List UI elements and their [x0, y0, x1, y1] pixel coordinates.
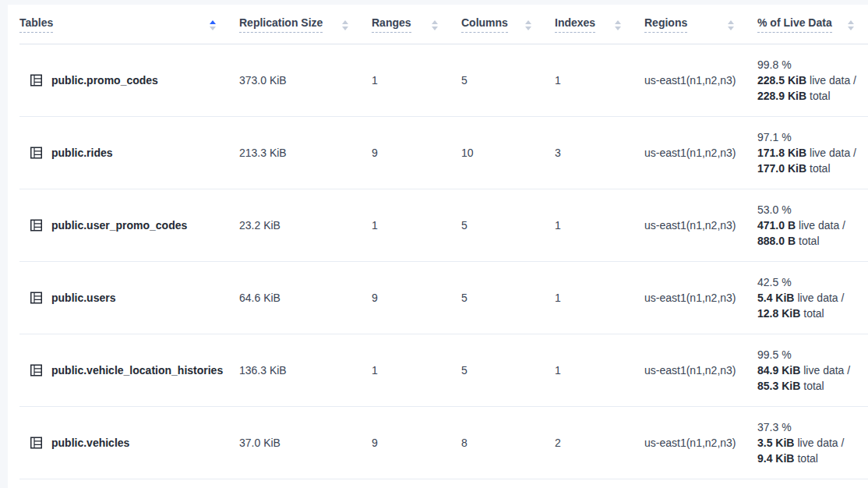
regions-cell: us-east1(n1,n2,n3): [635, 74, 748, 87]
live-data-percent: 99.5 %: [757, 347, 868, 362]
table-name-cell: public.users: [19, 292, 230, 304]
sort-down-arrow-icon: [210, 27, 216, 30]
column-header-label[interactable]: Indexes: [555, 16, 595, 33]
column-header[interactable]: Replication Size: [230, 5, 362, 44]
live-data-line: 3.5 KiBlive data /: [757, 435, 868, 451]
total-data-line: 228.9 KiBtotal: [757, 88, 868, 104]
sort-arrows-icon[interactable]: [525, 19, 531, 30]
total-data-line: 85.3 KiBtotal: [757, 378, 868, 394]
sort-up-arrow-icon: [728, 20, 734, 24]
sort-arrows-icon[interactable]: [342, 19, 348, 30]
sort-up-arrow-icon: [615, 20, 621, 24]
sort-arrows-icon[interactable]: [210, 19, 216, 30]
column-header-label[interactable]: Regions: [644, 16, 687, 33]
live-data-percent: 99.8 %: [757, 57, 868, 72]
table-row: public.vehicle_location_histories 136.3 …: [19, 334, 868, 407]
live-data-line: 5.4 KiBlive data /: [757, 290, 868, 306]
column-header[interactable]: Columns: [452, 5, 545, 44]
sort-down-arrow-icon: [432, 27, 438, 30]
sort-arrows-icon[interactable]: [432, 19, 438, 30]
ranges-cell: 1: [362, 74, 452, 87]
table-name-link[interactable]: public.rides: [51, 147, 113, 159]
table-name-cell: public.user_promo_codes: [19, 219, 230, 232]
live-data-cell: 37.3 % 3.5 KiBlive data / 9.4 KiBtotal: [748, 419, 868, 466]
sort-down-arrow-icon: [728, 27, 734, 30]
replication-size-cell: 373.0 KiB: [230, 74, 362, 87]
table-grid-icon: [30, 219, 42, 232]
sort-up-arrow-icon: [525, 20, 531, 24]
columns-cell: 8: [452, 437, 545, 449]
table-grid-icon: [30, 437, 42, 449]
column-header[interactable]: % of Live Data: [748, 5, 868, 44]
live-data-percent: 37.3 %: [757, 419, 868, 435]
table-grid-icon: [30, 147, 42, 159]
column-header[interactable]: Indexes: [545, 5, 635, 44]
table-row: public.user_promo_codes 23.2 KiB 1 5 1 u…: [19, 189, 868, 262]
total-data-line: 177.0 KiBtotal: [757, 161, 868, 176]
table-name-link[interactable]: public.promo_codes: [51, 74, 158, 87]
table-row: public.vehicles 37.0 KiB 9 8 2 us-east1(…: [19, 407, 868, 479]
column-header-label[interactable]: Columns: [461, 16, 508, 33]
table-name-link[interactable]: public.vehicles: [51, 437, 129, 449]
table-grid-icon: [30, 292, 42, 304]
replication-size-cell: 213.3 KiB: [230, 147, 362, 159]
table-body: public.promo_codes 373.0 KiB 1 5 1 us-ea…: [19, 44, 868, 479]
column-header-label[interactable]: Tables: [19, 16, 53, 33]
sort-up-arrow-icon: [848, 20, 854, 24]
regions-cell: us-east1(n1,n2,n3): [635, 219, 748, 232]
sort-up-arrow-icon: [210, 20, 216, 24]
sort-arrows-icon[interactable]: [848, 19, 854, 30]
ranges-cell: 9: [362, 437, 452, 449]
sort-down-arrow-icon: [615, 27, 621, 30]
total-data-line: 9.4 KiBtotal: [757, 451, 868, 466]
live-data-cell: 53.0 % 471.0 Blive data / 888.0 Btotal: [748, 202, 868, 249]
column-header-label[interactable]: Ranges: [372, 16, 411, 33]
regions-cell: us-east1(n1,n2,n3): [635, 147, 748, 159]
column-header[interactable]: Ranges: [362, 5, 452, 44]
replication-size-cell: 136.3 KiB: [230, 364, 362, 377]
sort-down-arrow-icon: [848, 27, 854, 30]
ranges-cell: 9: [362, 147, 452, 159]
table-name-link[interactable]: public.users: [51, 292, 115, 304]
table-name-cell: public.rides: [19, 147, 230, 159]
table-name-link[interactable]: public.user_promo_codes: [51, 219, 187, 232]
regions-cell: us-east1(n1,n2,n3): [635, 437, 748, 449]
live-data-line: 171.8 KiBlive data /: [757, 145, 868, 161]
sort-down-arrow-icon: [525, 27, 531, 30]
sort-arrows-icon[interactable]: [728, 19, 734, 30]
table-name-cell: public.vehicle_location_histories: [19, 364, 230, 377]
column-header[interactable]: Tables: [19, 5, 230, 44]
live-data-cell: 42.5 % 5.4 KiBlive data / 12.8 KiBtotal: [748, 274, 868, 321]
table-grid-icon: [30, 364, 42, 377]
live-data-line: 228.5 KiBlive data /: [757, 72, 868, 88]
columns-cell: 5: [452, 74, 545, 87]
total-data-line: 12.8 KiBtotal: [757, 306, 868, 321]
table-name-cell: public.promo_codes: [19, 74, 230, 87]
columns-cell: 5: [452, 292, 545, 304]
live-data-percent: 97.1 %: [757, 129, 868, 145]
regions-cell: us-east1(n1,n2,n3): [635, 292, 748, 304]
sort-arrows-icon[interactable]: [615, 19, 621, 30]
indexes-cell: 1: [545, 219, 635, 232]
indexes-cell: 1: [545, 364, 635, 377]
ranges-cell: 9: [362, 292, 452, 304]
columns-cell: 5: [452, 364, 545, 377]
table-name-link[interactable]: public.vehicle_location_histories: [51, 364, 223, 377]
ranges-cell: 1: [362, 219, 452, 232]
replication-size-cell: 64.6 KiB: [230, 292, 362, 304]
replication-size-cell: 23.2 KiB: [230, 219, 362, 232]
column-header-label[interactable]: % of Live Data: [757, 16, 832, 33]
table-row: public.rides 213.3 KiB 9 10 3 us-east1(n…: [19, 117, 868, 189]
column-header-label[interactable]: Replication Size: [239, 16, 323, 33]
indexes-cell: 2: [545, 437, 635, 449]
total-data-line: 888.0 Btotal: [757, 233, 868, 249]
column-header[interactable]: Regions: [635, 5, 748, 44]
columns-cell: 5: [452, 219, 545, 232]
table-row: public.users 64.6 KiB 9 5 1 us-east1(n1,…: [19, 262, 868, 334]
live-data-line: 471.0 Blive data /: [757, 217, 868, 233]
sort-down-arrow-icon: [342, 27, 348, 30]
tables-list-card: Tables Replication Size Ranges Columns I…: [8, 5, 868, 488]
live-data-cell: 97.1 % 171.8 KiBlive data / 177.0 KiBtot…: [748, 129, 868, 176]
indexes-cell: 1: [545, 292, 635, 304]
sort-up-arrow-icon: [432, 20, 438, 24]
